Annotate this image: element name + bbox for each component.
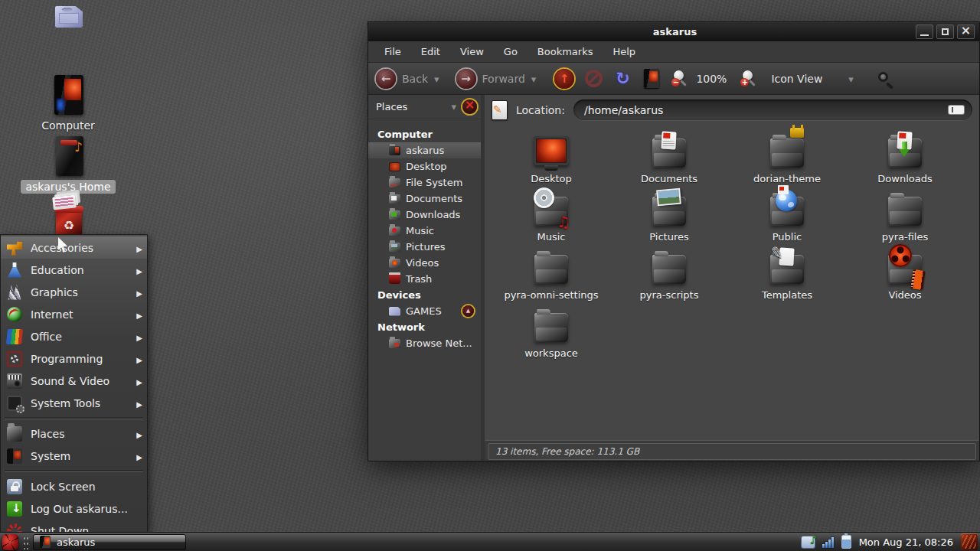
- menubar-item[interactable]: Edit: [411, 46, 450, 57]
- places-row[interactable]: Documents: [368, 191, 481, 207]
- places-row[interactable]: Videos: [368, 255, 481, 271]
- file-item[interactable]: workspace: [492, 308, 610, 367]
- zoom-out-badge: [671, 78, 680, 86]
- menubar-item[interactable]: Go: [494, 46, 528, 57]
- places-row[interactable]: Trash: [368, 271, 481, 287]
- menu-item[interactable]: System: [1, 445, 147, 467]
- file-item[interactable]: Public: [728, 192, 846, 250]
- start-menu-button[interactable]: [2, 534, 18, 550]
- places-row[interactable]: Computer: [368, 126, 481, 142]
- back-dropdown-icon[interactable]: [434, 71, 439, 86]
- desktop-icon[interactable]: [25, 0, 111, 47]
- file-item[interactable]: pyra-scripts: [610, 250, 728, 308]
- place-label: GAMES: [406, 305, 442, 317]
- file-item[interactable]: Music: [492, 192, 610, 250]
- place-label: Documents: [406, 193, 462, 204]
- side-pane-mode-label: Places: [376, 101, 407, 112]
- menu-item[interactable]: Lock Screen: [1, 475, 147, 497]
- view-mode-select[interactable]: Icon View: [771, 73, 822, 85]
- menu-item[interactable]: [5, 470, 143, 472]
- menubar-item[interactable]: Bookmarks: [528, 46, 603, 57]
- tray-icon[interactable]: [822, 536, 834, 548]
- menu-item[interactable]: Sound & Video: [1, 370, 147, 392]
- place-icon: [389, 194, 400, 204]
- menu-item[interactable]: Office: [1, 325, 147, 347]
- places-row[interactable]: Browse Net...: [368, 335, 481, 351]
- file-item[interactable]: pyra-files: [846, 192, 964, 250]
- menu-item-label: Programming: [31, 353, 133, 365]
- places-row[interactable]: GAMES: [368, 303, 481, 319]
- minimize-button[interactable]: [916, 24, 933, 39]
- maximize-button[interactable]: [936, 24, 954, 39]
- edit-location-icon[interactable]: [492, 100, 508, 120]
- folder-icon-base: [534, 255, 568, 284]
- toolbar: Back Forward 100% Icon View: [368, 63, 979, 95]
- menubar-item[interactable]: View: [450, 46, 494, 57]
- folder-icon: [530, 250, 573, 287]
- forward-dropdown-icon[interactable]: [531, 71, 537, 86]
- places-row[interactable]: Music: [368, 223, 481, 239]
- places-row[interactable]: askarus: [368, 142, 481, 158]
- side-pane-mode-select[interactable]: Places: [376, 101, 462, 112]
- forward-label[interactable]: Forward: [482, 73, 525, 85]
- folder-icon-base: [534, 136, 569, 165]
- stop-button[interactable]: [585, 70, 603, 87]
- menubar-item[interactable]: File: [374, 46, 411, 57]
- side-pane-close-button[interactable]: [462, 99, 477, 114]
- menu-item[interactable]: System Tools: [1, 392, 147, 414]
- desktop-icon[interactable]: askarus's Home: [25, 135, 111, 194]
- forward-button[interactable]: [456, 69, 476, 89]
- menu-item[interactable]: Education: [1, 259, 147, 281]
- file-item[interactable]: Templates: [728, 250, 846, 308]
- close-button[interactable]: [957, 24, 975, 39]
- show-desktop-button[interactable]: [961, 533, 978, 550]
- file-item[interactable]: Videos: [846, 250, 964, 308]
- file-item[interactable]: Pictures: [610, 192, 728, 250]
- eject-icon[interactable]: [462, 305, 474, 317]
- panel-handle[interactable]: [22, 534, 29, 549]
- view-mode-dropdown-icon[interactable]: [848, 71, 854, 86]
- menu-item[interactable]: Graphics: [1, 281, 147, 303]
- back-button[interactable]: [376, 69, 396, 89]
- titlebar[interactable]: askarus: [368, 22, 979, 41]
- up-button[interactable]: [554, 69, 574, 89]
- menu-item[interactable]: [5, 417, 143, 419]
- file-item[interactable]: pyra-omni-settings: [492, 250, 610, 308]
- location-bar: Location: /home/askarus: [485, 95, 979, 125]
- menu-item[interactable]: Internet: [1, 303, 147, 325]
- menu-item[interactable]: Log Out askarus...: [1, 497, 147, 520]
- places-list: Computer askarus Desktop: [368, 119, 481, 351]
- task-button[interactable]: askarus: [33, 534, 186, 550]
- menu-item[interactable]: Programming: [1, 347, 147, 370]
- menu-item[interactable]: Accessories: [1, 236, 147, 259]
- places-row[interactable]: Desktop: [368, 158, 481, 174]
- places-row[interactable]: Downloads: [368, 207, 481, 223]
- zoom-in-button[interactable]: [740, 70, 757, 88]
- zoom-level: 100%: [696, 73, 727, 85]
- file-label: pyra-scripts: [640, 289, 699, 301]
- places-row[interactable]: Devices: [368, 287, 481, 303]
- file-item[interactable]: dorian-theme: [728, 134, 846, 192]
- places-row[interactable]: Network: [368, 319, 481, 335]
- status-text: 13 items, Free space: 113.1 GB: [488, 443, 976, 460]
- places-row[interactable]: File System: [368, 174, 481, 191]
- zoom-out-button[interactable]: [671, 70, 688, 88]
- file-item[interactable]: Downloads: [846, 134, 964, 192]
- taskbar: askarus Mon Aug 21, 08:26: [0, 532, 980, 551]
- menubar-item[interactable]: Help: [603, 46, 645, 57]
- tray-icon[interactable]: [841, 535, 851, 549]
- place-label: File System: [406, 177, 462, 188]
- desktop-icon[interactable]: Computer: [25, 73, 111, 132]
- file-item[interactable]: Documents: [610, 134, 728, 192]
- home-button[interactable]: [644, 69, 659, 88]
- input-method-icon[interactable]: [949, 106, 964, 114]
- reload-button[interactable]: [613, 70, 632, 88]
- search-icon[interactable]: [875, 69, 895, 89]
- places-row[interactable]: Pictures: [368, 239, 481, 255]
- menu-item[interactable]: Places: [1, 422, 147, 445]
- location-input[interactable]: /home/askarus: [573, 99, 972, 120]
- tray-icon[interactable]: [802, 536, 815, 548]
- place-icon: [389, 275, 400, 284]
- file-item[interactable]: Desktop: [492, 134, 610, 192]
- back-label[interactable]: Back: [402, 73, 428, 85]
